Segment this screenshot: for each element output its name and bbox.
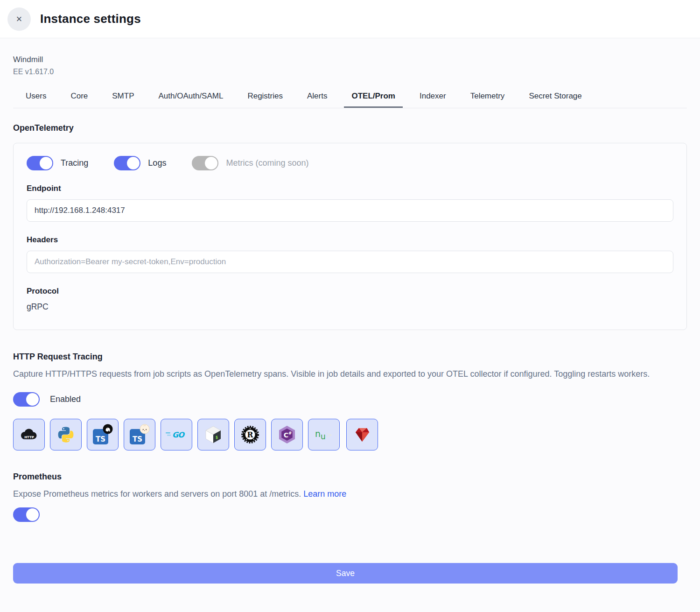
- toggle-knob: [40, 157, 52, 169]
- tab-auth-oauth-saml[interactable]: Auth/OAuth/SAML: [159, 91, 224, 108]
- tab-indexer[interactable]: Indexer: [420, 91, 446, 108]
- tab-users[interactable]: Users: [26, 91, 46, 108]
- headers-label: Headers: [27, 235, 673, 245]
- page-title: Instance settings: [40, 12, 141, 26]
- nushell-icon: n u >: [314, 427, 334, 442]
- tab-otel-prom[interactable]: OTEL/Prom: [344, 91, 403, 108]
- prometheus-toggle[interactable]: [13, 507, 40, 522]
- toggle-knob: [26, 393, 39, 406]
- lang-http-button[interactable]: HTTP: [13, 419, 45, 450]
- svg-text:TS: TS: [133, 435, 142, 443]
- tab-alerts[interactable]: Alerts: [307, 91, 327, 108]
- language-selector-row: HTTP TS TS: [13, 419, 687, 450]
- close-icon: ×: [16, 13, 22, 25]
- http-icon: HTTP: [18, 427, 40, 442]
- settings-tabs: Users Core SMTP Auth/OAuth/SAML Registri…: [13, 91, 687, 108]
- rust-icon: R: [240, 425, 260, 444]
- dialog-body: Windmill EE v1.617.0 Users Core SMTP Aut…: [0, 55, 700, 584]
- lang-rust-button[interactable]: R: [234, 419, 266, 450]
- opentelemetry-section-title: OpenTelemetry: [13, 123, 687, 133]
- tab-core[interactable]: Core: [70, 91, 88, 108]
- typescript-bun-icon: TS: [129, 424, 150, 445]
- svg-text:C: C: [284, 431, 288, 439]
- logs-toggle[interactable]: [114, 156, 140, 170]
- app-version: EE v1.617.0: [13, 68, 687, 76]
- python-icon: [57, 426, 75, 443]
- svg-text:n: n: [315, 429, 321, 439]
- bash-icon: $: [203, 425, 223, 444]
- toggle-knob: [26, 508, 39, 521]
- svg-text:u: u: [321, 432, 326, 441]
- protocol-value: gRPC: [27, 302, 673, 312]
- metrics-toggle-label: Metrics (coming soon): [226, 158, 308, 168]
- metrics-toggle: [192, 156, 218, 170]
- ruby-icon: [352, 426, 372, 443]
- learn-more-link[interactable]: Learn more: [303, 489, 346, 499]
- lang-typescript-deno-button[interactable]: TS: [87, 419, 119, 450]
- app-name: Windmill: [13, 55, 687, 64]
- svg-text:TS: TS: [96, 435, 105, 443]
- tracing-toggle-label: Tracing: [61, 158, 88, 168]
- http-request-tracing-title: HTTP Request Tracing: [13, 352, 687, 362]
- lang-typescript-bun-button[interactable]: TS: [124, 419, 155, 450]
- svg-text:>: >: [326, 430, 332, 439]
- tab-secret-storage[interactable]: Secret Storage: [529, 91, 581, 108]
- svg-text:R: R: [247, 430, 253, 439]
- http-tracing-enabled-toggle[interactable]: [13, 392, 40, 407]
- lang-bash-button[interactable]: $: [197, 419, 229, 450]
- tracing-toggle[interactable]: [27, 156, 53, 170]
- save-button[interactable]: Save: [13, 563, 678, 584]
- protocol-label: Protocol: [27, 287, 673, 296]
- toggle-knob: [205, 157, 217, 169]
- opentelemetry-panel: Tracing Logs Metrics (coming soon) Endpo…: [13, 143, 687, 330]
- svg-text:$: $: [216, 435, 218, 440]
- close-button[interactable]: ×: [7, 7, 31, 31]
- http-tracing-enabled-label: Enabled: [50, 394, 81, 404]
- svg-text:#: #: [288, 431, 292, 436]
- prometheus-title: Prometheus: [13, 472, 687, 482]
- lang-ruby-button[interactable]: [346, 419, 378, 450]
- typescript-deno-icon: TS: [92, 424, 113, 445]
- prometheus-description-text: Expose Prometheus metrics for workers an…: [13, 489, 301, 499]
- headers-input[interactable]: [27, 251, 673, 273]
- lang-nushell-button[interactable]: n u >: [308, 419, 340, 450]
- toggle-knob: [127, 157, 140, 169]
- logs-toggle-label: Logs: [148, 158, 166, 168]
- lang-python-button[interactable]: [50, 419, 82, 450]
- lang-go-button[interactable]: GO: [161, 419, 192, 450]
- prometheus-description: Expose Prometheus metrics for workers an…: [13, 489, 687, 499]
- endpoint-input[interactable]: [27, 199, 673, 222]
- svg-text:HTTP: HTTP: [24, 436, 34, 439]
- endpoint-label: Endpoint: [27, 184, 673, 193]
- http-request-tracing-description: Capture HTTP/HTTPS requests from job scr…: [13, 368, 680, 380]
- csharp-icon: C #: [277, 425, 297, 444]
- tab-registries[interactable]: Registries: [247, 91, 283, 108]
- go-icon: GO: [166, 429, 187, 441]
- dialog-header: × Instance settings: [0, 0, 700, 38]
- tab-telemetry[interactable]: Telemetry: [470, 91, 505, 108]
- lang-csharp-button[interactable]: C #: [271, 419, 303, 450]
- svg-text:GO: GO: [172, 430, 185, 439]
- tab-smtp[interactable]: SMTP: [112, 91, 134, 108]
